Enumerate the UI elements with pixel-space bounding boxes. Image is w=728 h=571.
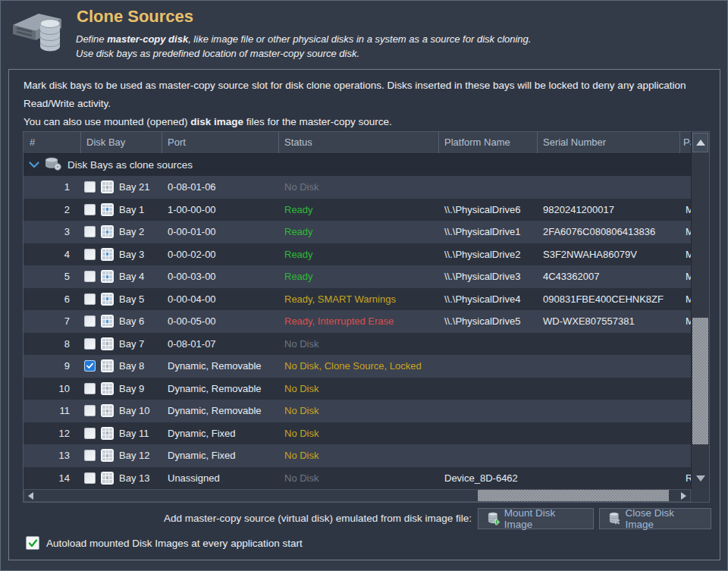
table-row[interactable]: 3 Bay 2 0-00-01-00 Ready \\.\PhysicalDri… — [24, 221, 691, 243]
bay-name: Bay 3 — [119, 249, 144, 260]
bay-name: Bay 1 — [119, 204, 144, 215]
partition-cell: RA — [680, 467, 691, 490]
scroll-up-button[interactable] — [692, 133, 708, 152]
platform-name-cell — [439, 400, 538, 422]
table-row[interactable]: 1 Bay 21 0-08-01-06 No Disk — [24, 176, 691, 199]
close-disk-image-button[interactable]: Close Disk Image — [599, 508, 711, 529]
status-cell: Ready, SMART Warnings — [279, 288, 439, 311]
port-cell: Dynamic, Fixed — [162, 422, 279, 445]
page-description: Define master-copy disk, like image file… — [76, 32, 531, 61]
clone-source-checkbox[interactable] — [84, 428, 96, 439]
vertical-scrollbar[interactable] — [691, 132, 709, 489]
group-label: Disk Bays as clone sources — [67, 159, 193, 171]
serial-number-cell: 9820241200017 — [538, 199, 680, 221]
table-row[interactable]: 7 Bay 6 0-00-05-00 Ready, Interrupted Er… — [24, 310, 691, 333]
mount-disk-icon — [486, 512, 500, 526]
serial-number-cell — [538, 333, 680, 356]
row-index: 12 — [59, 428, 70, 439]
disk-bays-table: #Disk BayPortStatusPlatform NameSerial N… — [24, 132, 709, 502]
table-row[interactable]: 2 Bay 1 1-00-00-00 Ready \\.\PhysicalDri… — [24, 199, 691, 221]
column-header-serial-number[interactable]: Serial Number — [538, 132, 680, 153]
table-row[interactable]: 12 Bay 11 Dynamic, Fixed No Disk — [24, 422, 691, 445]
arrow-left-icon — [28, 492, 33, 500]
row-index: 1 — [64, 181, 70, 193]
status-cell: No Disk, Clone Source, Locked — [279, 355, 439, 378]
clone-source-checkbox[interactable] — [84, 472, 96, 484]
row-index: 13 — [59, 450, 70, 461]
disk-bay-icon — [101, 472, 114, 485]
row-index: 2 — [64, 204, 70, 215]
platform-name-cell — [439, 333, 538, 356]
vertical-scrollbar-track[interactable] — [692, 153, 708, 469]
platform-name-cell: \\.\PhysicalDrive6 — [439, 199, 538, 221]
column-header-status[interactable]: Status — [279, 132, 439, 153]
clone-source-checkbox[interactable] — [84, 315, 96, 327]
table-row[interactable]: 13 Bay 12 Dynamic, Fixed No Disk — [24, 444, 691, 467]
column-header-port[interactable]: Port — [162, 132, 279, 153]
table-row[interactable]: 9 Bay 8 Dynamic, Removable No Disk, Clon… — [24, 355, 691, 378]
port-cell: 0-00-01-00 — [162, 221, 279, 243]
horizontal-scrollbar-thumb[interactable] — [478, 490, 669, 501]
clone-source-checkbox[interactable] — [84, 293, 96, 305]
disk-bay-icon — [101, 270, 114, 283]
clone-source-checkbox[interactable] — [84, 271, 96, 282]
autoload-checkbox[interactable] — [26, 536, 39, 550]
clone-source-checkbox[interactable] — [84, 383, 96, 394]
disk-bay-icon — [101, 337, 114, 350]
column-header-partition[interactable]: Pa — [680, 132, 691, 153]
port-cell: 1-00-00-00 — [162, 199, 279, 221]
disk-bay-icon — [101, 293, 114, 306]
clone-source-checkbox[interactable] — [84, 338, 96, 350]
clone-source-checkbox[interactable] — [84, 450, 96, 461]
serial-number-cell — [538, 176, 680, 199]
status-cell: No Disk — [279, 422, 439, 445]
horizontal-scrollbar[interactable] — [24, 489, 691, 502]
table-row[interactable]: 6 Bay 5 0-00-04-00 Ready, SMART Warnings… — [24, 288, 691, 311]
bay-name: Bay 13 — [119, 472, 149, 484]
clone-source-checkbox[interactable] — [84, 204, 96, 215]
vertical-scrollbar-thumb[interactable] — [692, 318, 708, 444]
bay-name: Bay 9 — [119, 383, 144, 394]
clone-source-checkbox[interactable] — [84, 405, 96, 416]
row-index: 7 — [64, 315, 70, 327]
column-header-disk-bay[interactable]: Disk Bay — [81, 132, 162, 153]
disk-bay-icon — [101, 449, 114, 462]
platform-name-cell: \\.\PhysicalDrive4 — [439, 288, 538, 311]
table-row[interactable]: 10 Bay 9 Dynamic, Removable No Disk — [24, 378, 691, 400]
clone-sources-panel: Mark disk bays to be used as master-copy… — [8, 69, 720, 560]
table-row[interactable]: 14 Bay 13 Unassigned No Disk Device_8D-6… — [24, 467, 691, 490]
scroll-left-button[interactable] — [24, 490, 37, 501]
disk-bay-icon — [101, 180, 114, 193]
table-row[interactable]: 11 Bay 10 Dynamic, Removable No Disk — [24, 400, 691, 422]
table-row[interactable]: 5 Bay 4 0-00-03-00 Ready \\.\PhysicalDri… — [24, 265, 691, 288]
arrow-up-icon — [696, 140, 705, 146]
scroll-right-button[interactable] — [677, 490, 690, 501]
clone-source-checkbox[interactable] — [84, 181, 96, 193]
bay-name: Bay 5 — [119, 293, 144, 305]
serial-number-cell — [538, 355, 680, 378]
chevron-down-icon[interactable] — [29, 159, 39, 171]
partition-cell — [680, 355, 691, 378]
scroll-down-button[interactable] — [692, 469, 708, 488]
table-row[interactable]: 4 Bay 3 0-00-02-00 Ready \\.\PhysicalDri… — [24, 243, 691, 266]
group-row-disk-bays[interactable]: Disk Bays as clone sources — [24, 154, 691, 176]
disk-bay-icon — [101, 427, 114, 440]
clone-source-checkbox[interactable] — [84, 249, 96, 260]
column-header-num[interactable]: # — [24, 132, 81, 153]
status-cell: Ready — [279, 221, 439, 243]
disk-bay-icon — [101, 359, 114, 372]
platform-name-cell — [439, 378, 538, 400]
clone-source-checkbox[interactable] — [84, 226, 96, 237]
horizontal-scrollbar-track[interactable] — [37, 490, 677, 501]
status-cell: No Disk — [279, 444, 439, 467]
port-cell: 0-08-01-07 — [162, 333, 279, 356]
arrow-down-icon — [696, 475, 705, 482]
partition-cell — [680, 333, 691, 356]
port-cell: 0-00-04-00 — [162, 288, 279, 311]
clone-source-checkbox[interactable] — [84, 360, 96, 372]
serial-number-cell: 090831FBE400CEHNK8ZF — [538, 288, 680, 311]
table-row[interactable]: 8 Bay 7 0-08-01-07 No Disk — [24, 333, 691, 356]
column-header-platform-name[interactable]: Platform Name — [439, 132, 538, 153]
disk-bay-icon — [101, 382, 114, 395]
mount-disk-image-button[interactable]: Mount Disk Image — [478, 508, 594, 529]
